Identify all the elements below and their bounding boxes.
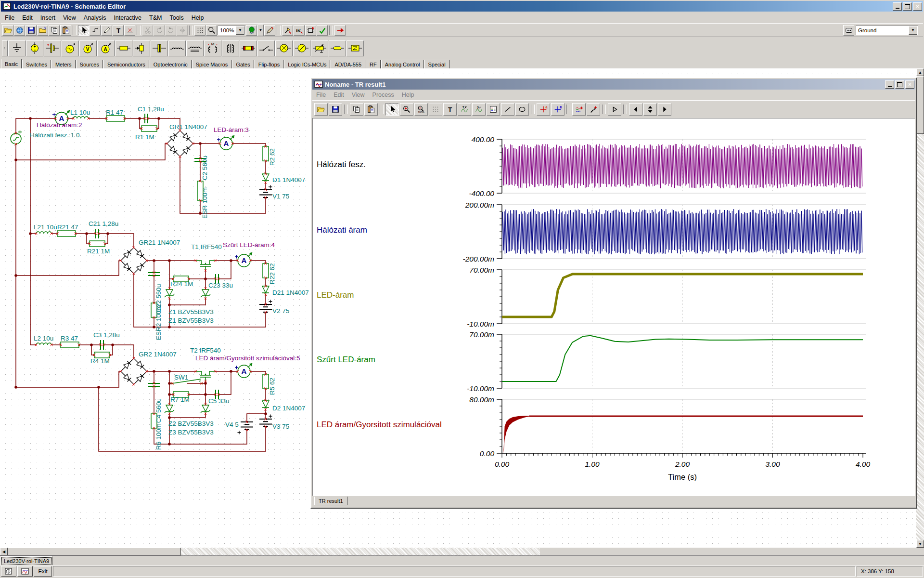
zoom-level-combo[interactable]: 100%▼ [218,26,245,35]
paste-button[interactable] [60,25,71,36]
tr-cursor-b-button[interactable]: b [551,103,565,116]
tab-optoelectronic[interactable]: Optoelectronic [150,60,192,68]
tab-rf[interactable]: RF [366,60,381,68]
component-voltage-generator-button[interactable] [62,40,79,56]
wire-cross-button[interactable] [124,25,135,36]
ground-socket-button[interactable] [843,25,854,36]
tab-spice-macros[interactable]: Spice Macros [192,60,232,68]
schematic-editor-button[interactable] [1,566,16,577]
close-button[interactable]: × [913,2,922,11]
tab-meters[interactable]: Meters [51,60,76,68]
canvas-hscrollbar[interactable]: ◀ [0,548,540,555]
tr-nav-right-button[interactable] [658,103,671,116]
pen-button[interactable] [101,25,112,36]
signal-pen-button[interactable] [317,25,328,36]
tr-menu-view[interactable]: View [348,91,369,99]
tr-menu-edit[interactable]: Edit [330,91,348,99]
tr-menu-process[interactable]: Process [369,91,398,99]
menu-analysis[interactable]: Analysis [80,13,110,22]
menu-help[interactable]: Help [188,13,208,22]
tr-cursor-a-button[interactable]: a [537,103,550,116]
tr-save-button[interactable] [329,103,342,116]
tr-minimize-button[interactable] [885,80,894,89]
component-coupled-inductors-button[interactable]: M [204,40,221,56]
hscroll-thumb[interactable] [8,548,181,555]
tr-legend-button[interactable] [487,103,500,116]
vscroll-thumb[interactable] [916,76,924,134]
tr-play-button[interactable] [608,103,621,116]
exit-button[interactable]: Exit [34,566,52,577]
component-jumper-button[interactable] [329,40,346,56]
run-button[interactable] [334,25,346,36]
edit-last-button[interactable] [90,25,101,36]
zoom-level-combo-dropdown-icon[interactable]: ▼ [236,26,244,35]
document-tab[interactable]: Led230V-rol-TINA9 [0,556,52,565]
component-voltage-source-button[interactable] [26,40,43,56]
pin-current-button[interactable]: IK [294,25,305,36]
tr-zoom-in-button[interactable] [400,103,413,116]
component-transformer-button[interactable] [222,40,239,56]
pin-voltage-button[interactable] [282,25,293,36]
tr-result-tab[interactable]: TR result1 [314,497,347,505]
menu-t-m[interactable]: T&M [145,13,166,22]
maximize-button[interactable] [903,2,912,11]
dc-interactive-button[interactable]: DC [246,25,257,36]
ground-selector-combo[interactable]: Ground▼ [856,26,918,35]
component-impedance-button[interactable] [346,40,364,56]
component-capacitor-button[interactable] [151,40,168,56]
component-lamp-button[interactable] [275,40,293,56]
menu-view[interactable]: View [59,13,80,22]
component-ammeter-button[interactable]: A [97,40,115,56]
tr-annotate-auto-button[interactable]: T [458,103,471,116]
open-button[interactable] [2,25,13,36]
component-battery-button[interactable] [44,40,61,56]
scroll-up-button[interactable]: ▲ [916,68,924,76]
tr-menu-file[interactable]: File [312,91,330,99]
tr-menu-help[interactable]: Help [398,91,418,99]
tr-maximize-button[interactable] [895,80,904,89]
dc-mode-dropdown[interactable]: ▼ [257,25,264,36]
component-iron-core-inductor-button[interactable] [186,40,204,56]
menu-interactive[interactable]: Interactive [110,13,145,22]
tr-close-button[interactable]: × [905,80,914,89]
tab-sources[interactable]: Sources [76,60,103,68]
component-scroll-left-button[interactable] [2,40,8,56]
component-potentiometer-button[interactable] [311,40,328,56]
component-switch-button[interactable] [257,40,275,56]
probe-button[interactable] [264,25,275,36]
component-ground-button[interactable] [8,40,26,56]
tr-ellipse-button[interactable] [515,103,529,116]
component-inductor-button[interactable] [168,40,186,56]
component-trimmer-button[interactable] [133,40,150,56]
tab-analog-control[interactable]: Analog Control [381,60,424,68]
ground-selector-combo-dropdown-icon[interactable]: ▼ [909,26,917,35]
text-button[interactable]: T [113,25,124,36]
component-voltmeter-button[interactable]: V [79,40,97,56]
tab-switches[interactable]: Switches [22,60,51,68]
tr-nav-updown-button[interactable] [643,103,657,116]
tr-open-button[interactable] [314,103,328,116]
menu-insert[interactable]: Insert [37,13,59,22]
open-web-button[interactable] [14,25,25,36]
component-resistor-button[interactable] [115,40,132,56]
tr-pointer-button[interactable] [385,103,399,116]
tr-paste-button[interactable] [364,103,378,116]
scroll-down-button[interactable]: ▼ [916,540,924,548]
diagram-window-button[interactable] [17,566,33,577]
minimize-button[interactable] [893,2,902,11]
tab-ad-da-555[interactable]: AD/DA-555 [331,60,365,68]
scroll-left-button[interactable]: ◀ [0,548,8,555]
zoom-button[interactable] [206,25,217,36]
tr-nav-left-button[interactable] [629,103,642,116]
tr-trace-picker-button[interactable] [587,103,600,116]
tr-annotate-query-button[interactable]: ? [472,103,486,116]
tab-flip-flops[interactable]: Flip-flops [255,60,284,68]
tr-add-curves-button[interactable] [572,103,586,116]
close-file-button[interactable] [37,25,48,36]
save-button[interactable] [26,25,37,36]
menu-tools[interactable]: Tools [166,13,187,22]
tab-gates[interactable]: Gates [232,60,254,68]
tr-zoom-out-100-button[interactable]: 100% [414,103,428,116]
component-electric-machine-button[interactable] [293,40,310,56]
tab-basic[interactable]: Basic [1,59,22,68]
